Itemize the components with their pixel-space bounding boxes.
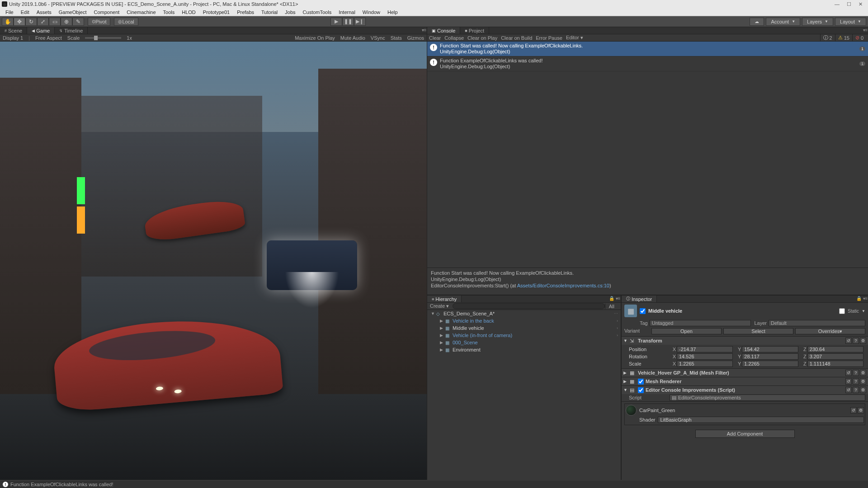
component-header[interactable]: ▶ ▦ Vehicle_Hover GP_A_Mid (Mesh Filter)…	[622, 369, 868, 377]
menu-jobs[interactable]: Jobs	[281, 9, 299, 16]
transform-tool-icon[interactable]: ⊕	[61, 18, 72, 26]
pos-z-field[interactable]: 230.64	[807, 346, 863, 352]
menu-gameobject[interactable]: GameObject	[55, 9, 90, 16]
component-help-icon[interactable]: ?	[853, 378, 859, 385]
rot-y-field[interactable]: 28.117	[742, 353, 798, 360]
add-component-button[interactable]: Add Component	[695, 430, 795, 438]
hierarchy-item[interactable]: ▶▦000_Scene	[427, 339, 621, 346]
warn-count-badge[interactable]: 15	[835, 34, 852, 42]
tab-scene[interactable]: #Scene	[0, 27, 27, 34]
editor-dropdown[interactable]: Editor ▾	[566, 35, 583, 41]
error-count-badge[interactable]: 0	[852, 34, 866, 42]
status-bar[interactable]: ! Function ExampleOfClickableLinks was c…	[0, 481, 868, 488]
component-menu-icon[interactable]: ⚙	[860, 387, 866, 393]
menu-cinemachine[interactable]: Cinemachine	[123, 9, 159, 16]
hierarchy-item[interactable]: ▶▦Middle vehicle›	[427, 324, 621, 332]
component-menu-icon[interactable]: ⚙	[860, 370, 866, 376]
tag-dropdown[interactable]: Untagged	[650, 320, 751, 326]
gameobject-icon[interactable]: ▦	[624, 305, 637, 317]
account-dropdown[interactable]: Account▼	[766, 18, 800, 26]
panel-menu-icon[interactable]: ▾≡	[863, 27, 868, 33]
panel-menu-icon[interactable]: ▾≡	[863, 296, 868, 301]
scl-z-field[interactable]: 1.111148	[807, 361, 863, 367]
all-filter[interactable]: All	[605, 304, 618, 309]
menu-hlod[interactable]: HLOD	[178, 9, 199, 16]
scene-menu-icon[interactable]: ⋯	[614, 311, 618, 316]
maximize-toggle[interactable]: Maximize On Play	[295, 35, 335, 41]
panel-menu-icon[interactable]: ▾≡	[615, 296, 621, 301]
panel-menu-icon[interactable]: ▾≡	[421, 27, 427, 33]
menu-window[interactable]: Window	[359, 9, 384, 16]
scl-y-field[interactable]: 1.2265	[742, 361, 798, 367]
play-button[interactable]: ▶	[330, 18, 342, 26]
component-menu-icon[interactable]: ⚙	[858, 407, 864, 413]
component-header[interactable]: ▼ ▤ Editor Console Improvements (Script)…	[622, 386, 868, 394]
panel-lock-icon[interactable]: 🔒	[856, 296, 862, 301]
hierarchy-item[interactable]: ▶▦Vehicle in the back›	[427, 317, 621, 324]
scale-slider[interactable]	[85, 37, 121, 39]
custom-tool-icon[interactable]: ✎	[72, 18, 84, 26]
display-dropdown[interactable]: Display 1	[3, 35, 23, 41]
component-reset-icon[interactable]: ↺	[845, 370, 852, 376]
component-help-icon[interactable]: ?	[853, 370, 859, 376]
component-menu-icon[interactable]: ⚙	[860, 378, 866, 385]
pause-button[interactable]: ❚❚	[342, 18, 354, 26]
game-view[interactable]	[0, 42, 427, 480]
static-checkbox[interactable]	[839, 308, 845, 314]
component-reset-icon[interactable]: ↺	[845, 338, 852, 344]
gizmos-dropdown[interactable]: Gizmos	[407, 35, 424, 41]
hierarchy-item[interactable]: ▶▦Environment	[427, 346, 621, 353]
scale-tool-icon[interactable]: ⤢	[37, 18, 49, 26]
component-enable-checkbox[interactable]	[638, 387, 644, 393]
panel-lock-icon[interactable]: 🔒	[609, 296, 614, 301]
material-preview-icon[interactable]	[626, 405, 637, 416]
step-button[interactable]: ▶❙	[354, 18, 366, 26]
menu-internal[interactable]: Internal	[335, 9, 359, 16]
component-reset-icon[interactable]: ↺	[845, 387, 852, 393]
collapse-toggle[interactable]: Collapse	[444, 35, 464, 41]
info-count-badge[interactable]: 2	[820, 34, 835, 42]
rot-x-field[interactable]: 14.526	[677, 353, 733, 360]
hierarchy-item[interactable]: ▶▦Vehicle (in-front of camera)›	[427, 332, 621, 339]
tab-console[interactable]: ▣Console	[427, 27, 460, 34]
tab-project[interactable]: ■Project	[460, 27, 489, 34]
clear-button[interactable]: Clear	[429, 35, 441, 41]
component-header[interactable]: ▼ ⇲ Transform ↺?⚙	[622, 337, 868, 345]
create-dropdown[interactable]: Create ▾	[430, 303, 449, 309]
prefab-open-button[interactable]: Open	[651, 328, 722, 334]
console-entry[interactable]: ! Function Start was called! Now calling…	[427, 42, 868, 56]
layout-dropdown[interactable]: Layout▼	[835, 18, 866, 26]
component-header[interactable]: ▶ ▦ Mesh Renderer ↺?⚙	[622, 377, 868, 385]
tab-game[interactable]: ◀Game	[27, 27, 55, 34]
aspect-dropdown[interactable]: Free Aspect	[35, 35, 62, 41]
move-tool-icon[interactable]: ✥	[14, 18, 25, 26]
tab-timeline[interactable]: ↯Timeline	[55, 27, 88, 34]
component-help-icon[interactable]: ?	[853, 387, 859, 393]
minimize-icon[interactable]: —	[835, 1, 840, 7]
menu-prefabs[interactable]: Prefabs	[233, 9, 258, 16]
menu-assets[interactable]: Assets	[33, 9, 55, 16]
menu-file[interactable]: File	[2, 9, 17, 16]
menu-customtools[interactable]: CustomTools	[299, 9, 335, 16]
menu-help[interactable]: Help	[384, 9, 401, 16]
rect-tool-icon[interactable]: ▭	[49, 18, 61, 26]
rot-z-field[interactable]: 3.207	[807, 353, 863, 360]
close-icon[interactable]: ✕	[859, 1, 863, 7]
error-pause-toggle[interactable]: Error Pause	[536, 35, 562, 41]
clear-on-build-toggle[interactable]: Clear on Build	[501, 35, 532, 41]
component-enable-checkbox[interactable]	[638, 379, 644, 385]
hierarchy-search[interactable]	[453, 303, 605, 309]
layers-dropdown[interactable]: Layers▼	[802, 18, 833, 26]
tab-hierarchy[interactable]: ≡Hierarchy	[427, 296, 462, 302]
component-menu-icon[interactable]: ⚙	[860, 338, 866, 344]
pos-x-field[interactable]: -214.37	[677, 346, 733, 352]
object-name[interactable]: Middle vehicle	[648, 308, 836, 314]
menu-tools[interactable]: Tools	[160, 9, 179, 16]
maximize-icon[interactable]: ☐	[847, 1, 851, 7]
local-button[interactable]: ◎ Local	[114, 18, 138, 26]
static-dropdown-icon[interactable]: ▼	[862, 309, 865, 313]
rotate-tool-icon[interactable]: ↻	[25, 18, 37, 26]
menu-edit[interactable]: Edit	[17, 9, 33, 16]
cloud-button[interactable]: ☁	[750, 18, 764, 26]
stacktrace-link[interactable]: Assets/EditorConsoleImprovements.cs:10	[517, 283, 609, 288]
